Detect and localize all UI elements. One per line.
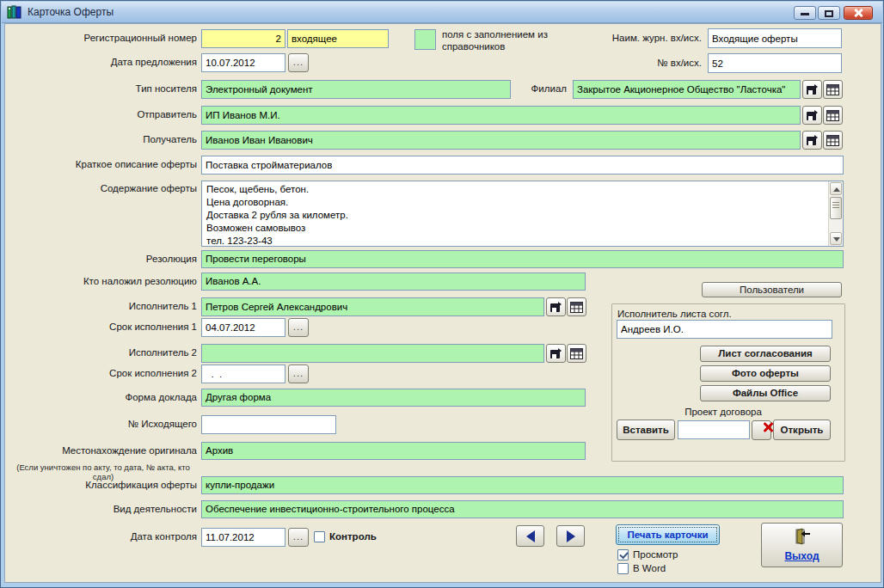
content-textarea[interactable]: Песок, щебень, бетон. Цена договорная. Д… (201, 181, 844, 247)
journal-name-field[interactable] (708, 28, 842, 48)
exit-button[interactable]: Выход (761, 523, 843, 567)
close-button[interactable] (844, 6, 873, 20)
table-icon (826, 84, 839, 95)
outgoing-number-field[interactable] (201, 415, 336, 434)
table-icon (826, 110, 839, 121)
control-date-picker-button[interactable]: ... (288, 528, 309, 547)
executor1-field[interactable]: Петров Сергей Александрович (201, 297, 544, 316)
delete-contract-button[interactable] (752, 420, 771, 440)
branch-field[interactable]: Закрытое Акционерное Общество "Ласточка" (573, 80, 801, 99)
scroll-up-icon[interactable] (830, 182, 842, 195)
control-date-field[interactable] (201, 528, 285, 547)
journal-num-field[interactable] (708, 53, 842, 73)
recipient-label: Получатель (9, 134, 197, 144)
title-bar[interactable]: Карточка Оферты (2, 2, 882, 23)
word-checkbox[interactable] (617, 563, 629, 574)
control-checkbox[interactable] (314, 531, 325, 542)
resolution-by-label: Кто наложил резолюцию (9, 276, 197, 286)
deadline2-picker-button[interactable]: ... (288, 364, 309, 383)
offer-date-picker-button[interactable]: ... (288, 53, 309, 72)
minimize-icon (801, 13, 809, 15)
maximize-icon (825, 10, 833, 17)
original-location-label: Местонахождение оригинала (9, 445, 197, 456)
offer-date-field[interactable] (201, 53, 285, 72)
insert-contract-button[interactable]: Вставить (617, 420, 675, 440)
deadline1-label: Срок исполнения 1 (9, 322, 197, 332)
open-contract-button[interactable]: Открыть (773, 420, 831, 440)
deadline1-picker-button[interactable]: ... (288, 318, 309, 337)
deadline1-field[interactable] (201, 318, 285, 337)
books-icon (7, 5, 22, 19)
minimize-button[interactable] (794, 6, 816, 20)
sender-select-list-button[interactable] (823, 106, 843, 125)
content-label: Содержание оферты (9, 183, 197, 193)
branch-label: Филиал (500, 83, 567, 94)
prev-record-button[interactable] (516, 525, 544, 547)
scrollbar-thumb[interactable] (830, 197, 842, 219)
executor1-select-list-button[interactable] (567, 297, 586, 316)
maximize-button[interactable] (818, 6, 840, 20)
reg-number-field[interactable] (201, 29, 285, 48)
open-card-icon (549, 301, 562, 314)
agreement-sheet-button[interactable]: Лист согласования (700, 346, 831, 362)
short-desc-field[interactable] (201, 156, 844, 175)
table-icon (570, 302, 583, 313)
users-button[interactable]: Пользователи (702, 282, 842, 297)
offer-date-label: Дата предложения (9, 57, 197, 67)
executor2-open-card-button[interactable] (546, 344, 566, 363)
activity-type-field[interactable]: Обеспечение инвестиционно-строительного … (201, 500, 844, 518)
executor1-open-card-button[interactable] (546, 297, 566, 316)
deadline2-field[interactable] (201, 364, 285, 383)
sender-field[interactable]: ИП Иванов М.И. (201, 106, 801, 125)
activity-type-label: Вид деятельности (9, 504, 197, 514)
recipient-open-card-button[interactable] (802, 131, 822, 150)
original-location-field[interactable]: Архив (201, 442, 586, 460)
reg-number-label: Регистрационный номер (9, 33, 197, 43)
table-icon (570, 348, 583, 359)
contract-label: Проект договора (654, 406, 792, 418)
executor1-label: Исполнитель 1 (9, 301, 197, 311)
preview-checkbox-label: Просмотр (633, 549, 678, 560)
branch-select-list-button[interactable] (823, 80, 843, 99)
agreement-executor-field[interactable] (617, 320, 832, 339)
open-card-icon (549, 347, 562, 360)
agreement-executor-label: Исполнитель листа согл. (617, 308, 789, 320)
reg-direction-field[interactable] (287, 29, 389, 48)
branch-open-card-button[interactable] (802, 80, 822, 99)
report-form-field[interactable]: Другая форма (201, 389, 586, 407)
journal-name-label: Наим. журн. вх/исх. (560, 33, 702, 43)
recipient-select-list-button[interactable] (823, 131, 843, 150)
executor2-select-list-button[interactable] (567, 344, 586, 363)
resolution-by-field[interactable]: Иванов А.А. (201, 273, 586, 291)
report-form-label: Форма доклада (9, 392, 197, 402)
executor2-field[interactable] (201, 344, 544, 363)
offer-photo-button[interactable]: Фото оферты (700, 365, 831, 382)
exit-door-icon (793, 528, 812, 545)
executor2-label: Исполнитель 2 (9, 347, 197, 358)
next-record-button[interactable] (556, 525, 585, 547)
classification-label: Классификация оферты (9, 480, 197, 490)
print-card-button[interactable]: Печать карточки (616, 524, 720, 545)
preview-checkbox[interactable] (617, 549, 629, 560)
close-icon (853, 8, 863, 18)
sender-label: Отправитель (9, 109, 197, 119)
content-scrollbar[interactable] (828, 181, 843, 246)
prev-arrow-icon (526, 530, 535, 542)
offer-card-window: Карточка Оферты Регистрационный номер по… (0, 0, 884, 588)
media-type-field[interactable]: Электронный документ (201, 80, 511, 99)
exit-button-label: Выход (762, 550, 842, 562)
control-date-label: Дата контроля (9, 531, 197, 542)
legend-swatch (414, 29, 436, 50)
classification-field[interactable]: купли-продажи (201, 476, 844, 494)
control-checkbox-label: Контроль (329, 531, 377, 542)
recipient-field[interactable]: Иванов Иван Иванович (201, 131, 801, 150)
outgoing-number-label: № Исходящего (9, 419, 197, 429)
contract-file-field[interactable] (678, 420, 750, 439)
office-files-button[interactable]: Файлы Office (700, 385, 831, 401)
open-card-icon (806, 134, 819, 147)
sender-open-card-button[interactable] (802, 106, 822, 125)
deadline2-label: Срок исполнения 2 (9, 368, 197, 378)
resolution-field[interactable]: Провести переговоры (201, 250, 844, 268)
open-card-icon (806, 109, 819, 122)
scroll-down-icon[interactable] (830, 232, 842, 245)
